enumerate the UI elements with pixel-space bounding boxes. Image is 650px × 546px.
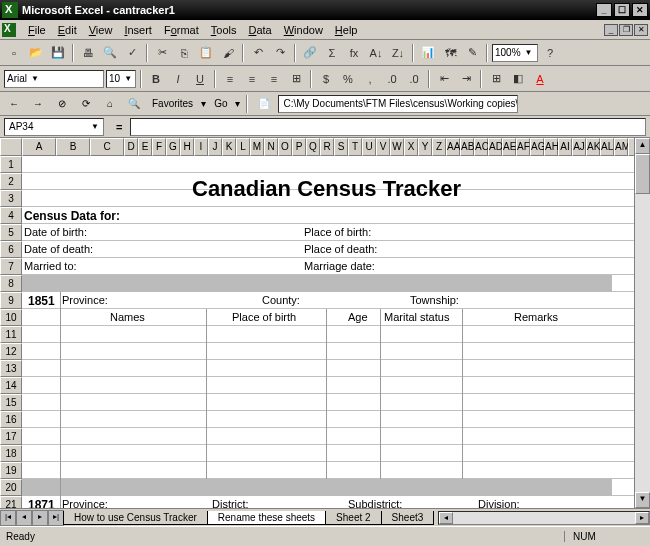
autosum-button[interactable]: Σ (322, 43, 342, 63)
col-header-AI[interactable]: AI (558, 138, 572, 156)
borders-button[interactable]: ⊞ (486, 69, 506, 89)
col-header-W[interactable]: W (390, 138, 404, 156)
increase-decimal-button[interactable]: .0 (382, 69, 402, 89)
col-header-AH[interactable]: AH (544, 138, 558, 156)
menu-edit[interactable]: Edit (52, 22, 83, 38)
col-header-J[interactable]: J (208, 138, 222, 156)
row-header-7[interactable]: 7 (0, 258, 22, 275)
col-header-E[interactable]: E (138, 138, 152, 156)
col-header-C[interactable]: C (90, 138, 124, 156)
col-header-AJ[interactable]: AJ (572, 138, 586, 156)
col-header-Z[interactable]: Z (432, 138, 446, 156)
italic-button[interactable]: I (168, 69, 188, 89)
function-button[interactable]: fx (344, 43, 364, 63)
row-header-20[interactable]: 20 (0, 479, 22, 496)
col-header-K[interactable]: K (222, 138, 236, 156)
sheet-tab-rename[interactable]: Rename these sheets (207, 511, 326, 525)
row-header-12[interactable]: 12 (0, 343, 22, 360)
formula-input[interactable] (130, 118, 646, 136)
maximize-button[interactable]: ☐ (614, 3, 630, 17)
spelling-button[interactable]: ✓ (122, 43, 142, 63)
col-header-AD[interactable]: AD (488, 138, 502, 156)
col-header-S[interactable]: S (334, 138, 348, 156)
name-box[interactable]: AP34▼ (4, 118, 104, 136)
col-header-O[interactable]: O (278, 138, 292, 156)
sort-desc-button[interactable]: Z↓ (388, 43, 408, 63)
col-header-R[interactable]: R (320, 138, 334, 156)
equals-button[interactable]: = (108, 121, 130, 133)
col-header-P[interactable]: P (292, 138, 306, 156)
workbook-icon[interactable] (2, 23, 16, 37)
merge-center-button[interactable]: ⊞ (286, 69, 306, 89)
scroll-up-button[interactable]: ▲ (635, 138, 650, 154)
row-header-5[interactable]: 5 (0, 224, 22, 241)
row-header-3[interactable]: 3 (0, 190, 22, 207)
mdi-restore-button[interactable]: ❐ (619, 24, 633, 36)
row-header-1[interactable]: 1 (0, 156, 22, 173)
menu-window[interactable]: Window (278, 22, 329, 38)
scroll-thumb[interactable] (635, 154, 650, 194)
menu-data[interactable]: Data (242, 22, 277, 38)
stop-button[interactable]: ⊘ (52, 95, 72, 113)
print-button[interactable]: 🖶 (78, 43, 98, 63)
undo-button[interactable]: ↶ (248, 43, 268, 63)
menu-file[interactable]: File (22, 22, 52, 38)
col-header-A[interactable]: A (22, 138, 56, 156)
tab-prev-button[interactable]: ◂ (16, 510, 32, 526)
row-header-10[interactable]: 10 (0, 309, 22, 326)
col-header-AC[interactable]: AC (474, 138, 488, 156)
row-header-8[interactable]: 8 (0, 275, 22, 292)
redo-button[interactable]: ↷ (270, 43, 290, 63)
sheet-tab-how-to[interactable]: How to use Census Tracker (63, 511, 208, 525)
format-painter-button[interactable]: 🖌 (218, 43, 238, 63)
row-header-11[interactable]: 11 (0, 326, 22, 343)
col-header-T[interactable]: T (348, 138, 362, 156)
col-header-F[interactable]: F (152, 138, 166, 156)
decrease-indent-button[interactable]: ⇤ (434, 69, 454, 89)
paste-button[interactable]: 📋 (196, 43, 216, 63)
col-header-AK[interactable]: AK (586, 138, 600, 156)
row-header-6[interactable]: 6 (0, 241, 22, 258)
col-header-X[interactable]: X (404, 138, 418, 156)
row-header-18[interactable]: 18 (0, 445, 22, 462)
sheet-tab-2[interactable]: Sheet 2 (325, 511, 381, 525)
align-right-button[interactable]: ≡ (264, 69, 284, 89)
font-size-combo[interactable]: 10▼ (106, 70, 136, 88)
row-header-9[interactable]: 9 (0, 292, 22, 309)
col-header-L[interactable]: L (236, 138, 250, 156)
scroll-right-button[interactable]: ▸ (635, 512, 649, 524)
col-header-B[interactable]: B (56, 138, 90, 156)
fill-color-button[interactable]: ◧ (508, 69, 528, 89)
font-color-button[interactable]: A (530, 69, 550, 89)
row-header-19[interactable]: 19 (0, 462, 22, 479)
row-header-21[interactable]: 21 (0, 496, 22, 508)
col-header-AN[interactable]: AN (628, 138, 634, 156)
zoom-combo[interactable]: 100%▼ (492, 44, 538, 62)
col-header-H[interactable]: H (180, 138, 194, 156)
cut-button[interactable]: ✂ (152, 43, 172, 63)
col-header-N[interactable]: N (264, 138, 278, 156)
col-header-D[interactable]: D (124, 138, 138, 156)
go-label[interactable]: Go (210, 98, 231, 109)
select-all-corner[interactable] (0, 138, 22, 156)
new-button[interactable]: ▫ (4, 43, 24, 63)
vertical-scrollbar[interactable]: ▲ ▼ (634, 138, 650, 508)
col-header-AA[interactable]: AA (446, 138, 460, 156)
decrease-decimal-button[interactable]: .0 (404, 69, 424, 89)
tab-next-button[interactable]: ▸ (32, 510, 48, 526)
menu-insert[interactable]: Insert (118, 22, 158, 38)
col-header-Y[interactable]: Y (418, 138, 432, 156)
col-header-AL[interactable]: AL (600, 138, 614, 156)
menu-view[interactable]: View (83, 22, 119, 38)
save-button[interactable]: 💾 (48, 43, 68, 63)
forward-button[interactable]: → (28, 95, 48, 113)
row-header-14[interactable]: 14 (0, 377, 22, 394)
underline-button[interactable]: U (190, 69, 210, 89)
copy-button[interactable]: ⎘ (174, 43, 194, 63)
col-header-I[interactable]: I (194, 138, 208, 156)
help-button[interactable]: ? (540, 43, 560, 63)
increase-indent-button[interactable]: ⇥ (456, 69, 476, 89)
align-center-button[interactable]: ≡ (242, 69, 262, 89)
favorites-label[interactable]: Favorites (148, 98, 197, 109)
row-header-16[interactable]: 16 (0, 411, 22, 428)
